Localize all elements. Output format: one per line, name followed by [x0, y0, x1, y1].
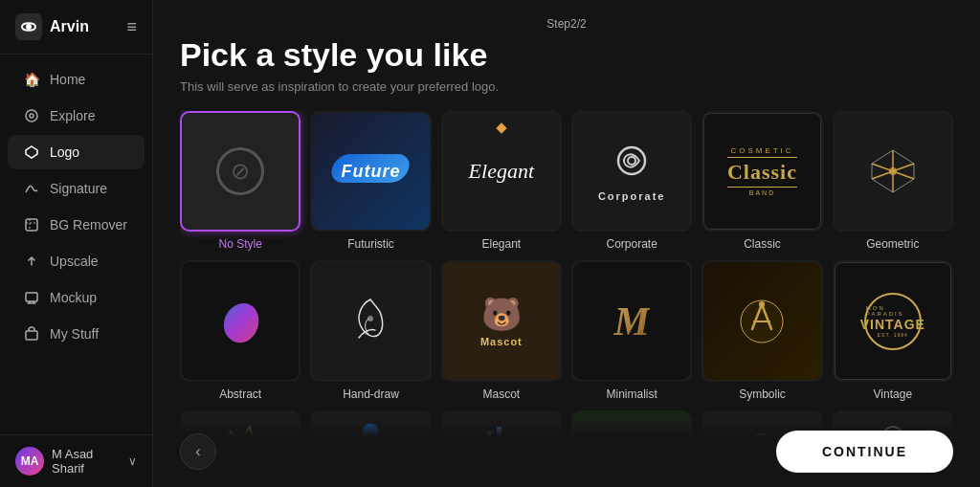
- svg-rect-7: [26, 331, 37, 340]
- mascot-label-inner: Mascot: [480, 336, 523, 347]
- sidebar-item-home[interactable]: 🏠 Home: [8, 62, 145, 97]
- page-title: Pick a style you like: [180, 36, 953, 74]
- vintage-top-text: MON PARADIS: [866, 305, 920, 317]
- svg-point-9: [628, 157, 635, 165]
- bg-remover-icon: [23, 216, 40, 233]
- bottom-bar: ‹ CONTINUE: [153, 415, 980, 487]
- classic-top-text: COSMETIC: [730, 146, 793, 155]
- style-card-mascot-img: 🐻 Mascot: [441, 260, 562, 381]
- sidebar-item-explore[interactable]: Explore: [8, 99, 145, 133]
- continue-button[interactable]: CONTINUE: [776, 431, 953, 473]
- main-content: Step2/2 Pick a style you like This will …: [153, 0, 980, 487]
- back-button[interactable]: ‹: [180, 433, 216, 470]
- sidebar-item-bg-remover-label: BG Remover: [50, 217, 127, 232]
- style-grid: ⊘ No Style Future Futuristic Elegant El: [180, 111, 953, 401]
- style-card-mascot[interactable]: 🐻 Mascot Mascot: [441, 260, 562, 400]
- user-profile[interactable]: MA M Asad Sharif ∨: [0, 434, 152, 487]
- sidebar-item-signature-label: Signature: [50, 181, 107, 196]
- style-card-elegant-label: Elegant: [481, 237, 521, 251]
- user-name: M Asad Sharif: [52, 447, 121, 476]
- no-style-icon: ⊘: [216, 147, 264, 195]
- minimalist-letter: M: [613, 299, 649, 344]
- sidebar-item-my-stuff-label: My Stuff: [50, 326, 99, 342]
- sidebar-item-upscale-label: Upscale: [50, 254, 99, 269]
- page-subtitle: This will serve as inspiration to create…: [180, 79, 953, 94]
- sidebar-item-mockup-label: Mockup: [50, 290, 97, 305]
- mockup-icon: [23, 289, 40, 306]
- style-card-mascot-label: Mascot: [482, 387, 520, 401]
- style-card-vintage-label: Vintage: [874, 387, 912, 401]
- style-card-corporate-img: Corporate: [571, 111, 692, 232]
- style-card-vintage-img: MON PARADIS VINTAGE EST. 1994: [833, 260, 953, 381]
- style-card-geometric-img: [833, 111, 953, 232]
- svg-point-13: [759, 301, 765, 307]
- svg-point-1: [26, 24, 32, 30]
- sidebar-item-explore-label: Explore: [50, 108, 95, 123]
- sidebar-item-signature[interactable]: Signature: [8, 171, 145, 206]
- style-card-corporate[interactable]: Corporate Corporate: [571, 111, 692, 251]
- signature-icon: [23, 180, 40, 197]
- sidebar-item-logo-label: Logo: [50, 144, 79, 160]
- avatar: MA: [15, 447, 44, 476]
- style-card-minimalist-img: M: [571, 260, 692, 381]
- style-card-classic[interactable]: COSMETIC Classic BAND Classic: [702, 111, 822, 251]
- home-icon: 🏠: [23, 71, 40, 88]
- style-card-no-style[interactable]: ⊘ No Style: [180, 111, 301, 251]
- sidebar: Arvin ≡ 🏠 Home Explore Logo Signature: [0, 0, 153, 487]
- chevron-down-icon: ∨: [128, 454, 137, 468]
- style-card-elegant[interactable]: Elegant Elegant: [441, 111, 562, 251]
- style-card-classic-img: COSMETIC Classic BAND: [702, 111, 822, 232]
- sidebar-item-home-label: Home: [50, 72, 85, 87]
- style-card-symbolic[interactable]: Symbolic: [702, 260, 822, 400]
- style-card-elegant-img: Elegant: [441, 111, 562, 232]
- style-card-vintage[interactable]: MON PARADIS VINTAGE EST. 1994 Vintage: [833, 260, 953, 400]
- style-card-minimalist[interactable]: M Minimalist: [571, 260, 692, 400]
- svg-point-3: [30, 114, 33, 118]
- corporate-symbol: [612, 142, 651, 187]
- style-card-futuristic[interactable]: Future Futuristic: [310, 111, 431, 251]
- sidebar-item-bg-remover[interactable]: BG Remover: [8, 208, 145, 242]
- sidebar-title: Arvin: [50, 18, 89, 35]
- sidebar-item-upscale[interactable]: Upscale: [8, 244, 145, 278]
- svg-point-2: [26, 110, 37, 122]
- svg-marker-4: [26, 146, 37, 158]
- step-label: Step2/2: [180, 17, 953, 31]
- sidebar-item-mockup[interactable]: Mockup: [8, 280, 145, 315]
- upscale-icon: [23, 253, 40, 270]
- sidebar-nav: 🏠 Home Explore Logo Signature BG Remo: [0, 55, 152, 434]
- style-card-no-style-img: ⊘: [180, 111, 301, 232]
- sidebar-item-my-stuff[interactable]: My Stuff: [8, 317, 145, 351]
- hamburger-icon[interactable]: ≡: [126, 17, 137, 37]
- vintage-sub-text: EST. 1994: [878, 332, 908, 338]
- style-card-futuristic-img: Future: [310, 111, 431, 232]
- sidebar-header: Arvin ≡: [0, 0, 152, 55]
- classic-main-text: Classic: [727, 160, 797, 185]
- style-card-no-style-label: No Style: [218, 237, 261, 251]
- style-card-hand-draw-label: Hand-draw: [343, 387, 399, 401]
- style-card-classic-label: Classic: [744, 237, 781, 251]
- mascot-emoji: 🐻: [481, 295, 522, 333]
- svg-point-11: [368, 316, 373, 321]
- vintage-main-text: VINTAGE: [860, 317, 925, 332]
- style-card-abstract-label: Abstract: [219, 387, 261, 401]
- style-card-abstract-img: [180, 260, 301, 381]
- my-stuff-icon: [23, 325, 40, 343]
- sidebar-logo: Arvin: [15, 13, 89, 40]
- style-card-minimalist-label: Minimalist: [606, 387, 657, 401]
- svg-rect-5: [26, 219, 37, 231]
- style-card-symbolic-label: Symbolic: [739, 387, 786, 401]
- style-card-hand-draw-img: [310, 260, 431, 381]
- style-card-geometric[interactable]: Geometric: [833, 111, 953, 251]
- style-card-abstract[interactable]: Abstract: [180, 260, 301, 400]
- vintage-circle: MON PARADIS VINTAGE EST. 1994: [864, 293, 922, 350]
- style-card-symbolic-img: [702, 260, 822, 381]
- svg-rect-6: [26, 293, 37, 301]
- sidebar-item-logo[interactable]: Logo: [8, 135, 145, 169]
- classic-sub-text: BAND: [749, 189, 775, 196]
- svg-point-8: [618, 147, 645, 174]
- explore-icon: [23, 107, 40, 124]
- logo-icon: [23, 144, 40, 161]
- style-card-futuristic-label: Futuristic: [347, 237, 394, 251]
- style-card-hand-draw[interactable]: Hand-draw: [310, 260, 431, 400]
- arvin-logo-icon: [15, 13, 42, 40]
